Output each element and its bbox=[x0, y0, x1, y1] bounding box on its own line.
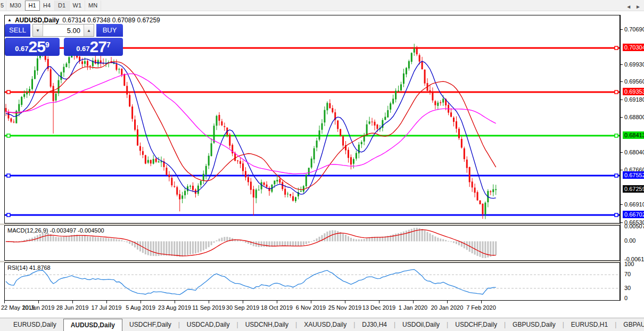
candle-body bbox=[303, 186, 304, 192]
macd-histogram-bar bbox=[276, 241, 278, 245]
price-tick bbox=[621, 81, 623, 82]
price-tick bbox=[621, 64, 623, 65]
candle-body bbox=[147, 160, 149, 163]
timeframe-button-m30[interactable]: M30 bbox=[6, 1, 24, 11]
macd-histogram-bar bbox=[224, 237, 225, 241]
candle-body bbox=[18, 104, 20, 112]
chart-tab-audusd-daily[interactable]: AUDUSD,Daily bbox=[63, 319, 122, 331]
timeframe-button-5[interactable]: 5 bbox=[0, 1, 6, 11]
volume-input[interactable] bbox=[43, 24, 84, 36]
chart-tab-eurusd-daily[interactable]: EURUSD,Daily bbox=[6, 318, 63, 331]
candle-body bbox=[329, 103, 331, 108]
candle-body bbox=[284, 189, 286, 195]
chart-tab-eurusd-h1[interactable]: EURUSD,H1 bbox=[564, 318, 615, 331]
macd-histogram-bar bbox=[261, 241, 262, 247]
chart-tab-usdcnh-daily[interactable]: USDCNH,Daily bbox=[238, 318, 295, 331]
price-level-badge: 0.67259 bbox=[623, 185, 644, 193]
candle-body bbox=[482, 204, 483, 214]
candle-body bbox=[361, 142, 362, 144]
candle-body bbox=[464, 148, 465, 159]
candle-body bbox=[453, 118, 455, 122]
chart-tab-usdchf-daily[interactable]: USDCHF,Daily bbox=[448, 318, 504, 331]
macd-histogram-bar bbox=[221, 238, 222, 242]
volume-increase-icon[interactable]: ▲ bbox=[84, 24, 94, 36]
volume-decrease-icon[interactable]: ▼ bbox=[33, 24, 43, 36]
date-tick bbox=[413, 301, 414, 303]
buy-price-pip: 7 bbox=[106, 40, 111, 49]
rsi-line bbox=[6, 269, 496, 294]
macd-histogram-bar bbox=[453, 241, 455, 243]
candle-body bbox=[221, 121, 222, 125]
macd-histogram-bar bbox=[29, 239, 30, 242]
macd-histogram-bar bbox=[295, 241, 296, 246]
candle-body bbox=[306, 175, 307, 186]
macd-histogram-bar bbox=[181, 241, 183, 256]
candle-body bbox=[55, 94, 57, 101]
chart-tab-usdoil-daily[interactable]: USDOil,Daily bbox=[395, 318, 447, 331]
macd-histogram-bar bbox=[398, 233, 399, 241]
macd-histogram-bar bbox=[361, 239, 362, 242]
candle-body bbox=[131, 106, 133, 119]
buy-button[interactable]: BUY bbox=[96, 24, 123, 37]
macd-histogram-bar bbox=[226, 237, 228, 241]
macd-histogram-bar bbox=[356, 239, 357, 242]
candle-body bbox=[350, 157, 352, 164]
candle-body bbox=[414, 48, 415, 52]
chart-tab-xauusd-daily[interactable]: XAUUSD,Daily bbox=[297, 318, 353, 331]
candle-body bbox=[484, 203, 486, 214]
macd-histogram-bar bbox=[464, 241, 465, 248]
macd-histogram-bar bbox=[240, 241, 241, 241]
date-tick bbox=[243, 301, 243, 303]
chart-tab-usdcad-daily[interactable]: USDCAD,Daily bbox=[180, 318, 237, 331]
macd-histogram-bar bbox=[266, 241, 268, 246]
macd-histogram-bar bbox=[279, 241, 280, 245]
macd-histogram-bar bbox=[358, 239, 360, 242]
candle-body bbox=[203, 174, 204, 181]
sell-price-display[interactable]: 0.67 25 9 bbox=[5, 38, 60, 56]
macd-histogram-bar bbox=[113, 238, 114, 241]
macd-histogram-bar bbox=[129, 241, 130, 244]
candle-body bbox=[126, 86, 128, 94]
candle-body bbox=[139, 146, 141, 151]
candle-body bbox=[374, 122, 376, 126]
tab-scroll-right-icon[interactable]: ► bbox=[635, 4, 641, 10]
chart-tab-dj30-h4[interactable]: DJ30,H4 bbox=[355, 318, 394, 331]
macd-histogram-bar bbox=[108, 238, 110, 242]
macd-histogram-bar bbox=[147, 241, 149, 255]
timeframe-button-d1[interactable]: D1 bbox=[55, 1, 70, 11]
macd-histogram-bar bbox=[139, 241, 141, 251]
macd-histogram-bar bbox=[403, 231, 404, 241]
candle-body bbox=[369, 121, 370, 123]
chart-tab-gbpaud-h1[interactable]: GBPAUD,H1 bbox=[616, 318, 644, 331]
macd-histogram-bar bbox=[284, 241, 286, 246]
candle-body bbox=[348, 150, 349, 158]
date-label: 7 Feb 2020 bbox=[457, 304, 505, 311]
buy-price-main: 27 bbox=[90, 39, 106, 55]
macd-histogram-bar bbox=[115, 239, 117, 241]
candle-body bbox=[216, 116, 218, 126]
macd-histogram-bar bbox=[155, 241, 157, 256]
macd-histogram-bar bbox=[308, 241, 310, 243]
rsi-panel bbox=[4, 262, 620, 301]
candle-body bbox=[472, 181, 473, 187]
candle-body bbox=[113, 63, 114, 64]
chart-tab-usdchf-daily[interactable]: USDCHF,Daily bbox=[122, 318, 178, 331]
macd-histogram-bar bbox=[153, 241, 154, 256]
tab-scroll-left-icon[interactable]: ◄ bbox=[626, 4, 631, 10]
timeframe-button-w1[interactable]: W1 bbox=[70, 1, 86, 11]
price-tick bbox=[621, 117, 623, 118]
date-axis[interactable]: 22 May 201910 Jun 201928 Jun 201917 Jul … bbox=[0, 301, 644, 318]
macd-histogram-bar bbox=[150, 241, 152, 255]
macd-histogram-bar bbox=[364, 239, 365, 241]
price-axis[interactable]: 0.706900.699300.695600.691800.688000.680… bbox=[620, 15, 644, 301]
candle-body bbox=[97, 60, 99, 64]
candle-body bbox=[408, 61, 410, 69]
timeframe-button-h1[interactable]: H1 bbox=[25, 1, 40, 11]
sell-button[interactable]: SELL bbox=[5, 24, 30, 37]
timeframe-button-h4[interactable]: H4 bbox=[40, 1, 55, 11]
macd-histogram-bar bbox=[466, 241, 468, 250]
buy-price-display[interactable]: 0.67 27 7 bbox=[64, 38, 123, 56]
chart-tab-gbpusd-daily[interactable]: GBPUSD,Daily bbox=[506, 318, 563, 331]
timeframe-button-mn[interactable]: MN bbox=[85, 1, 101, 11]
macd-histogram-bar bbox=[298, 241, 299, 246]
